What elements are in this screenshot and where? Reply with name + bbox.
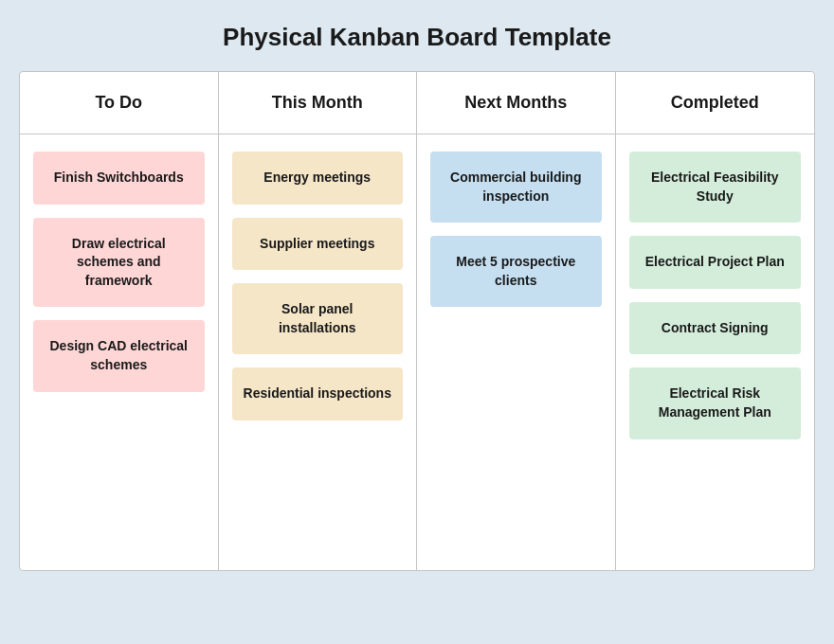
card-completed-2[interactable]: Contract Signing [629, 302, 802, 355]
page-title: Physical Kanban Board Template [223, 23, 611, 52]
kanban-board: To Do This Month Next Months Completed F… [19, 71, 815, 571]
card-next-months-1[interactable]: Meet 5 prospective clients [430, 236, 602, 307]
col-header-todo: To Do [20, 72, 219, 134]
card-completed-1[interactable]: Electrical Project Plan [629, 236, 802, 289]
board-body: Finish SwitchboardsDraw electrical schem… [20, 134, 814, 570]
card-this-month-0[interactable]: Energy meetings [232, 152, 404, 205]
col-todo: Finish SwitchboardsDraw electrical schem… [20, 134, 219, 570]
card-this-month-1[interactable]: Supplier meetings [232, 218, 404, 271]
col-this-month: Energy meetingsSupplier meetingsSolar pa… [219, 134, 418, 570]
col-header-this-month: This Month [219, 72, 418, 134]
card-next-months-0[interactable]: Commercial building inspection [430, 152, 602, 223]
card-completed-0[interactable]: Electrical Feasibility Study [629, 152, 802, 223]
card-todo-0[interactable]: Finish Switchboards [33, 152, 205, 205]
col-completed: Electrical Feasibility StudyElectrical P… [616, 134, 815, 570]
board-header: To Do This Month Next Months Completed [20, 72, 814, 134]
col-header-next-months: Next Months [417, 72, 616, 134]
card-todo-2[interactable]: Design CAD electrical schemes [33, 320, 205, 391]
card-this-month-2[interactable]: Solar panel installations [232, 283, 404, 354]
col-next-months: Commercial building inspectionMeet 5 pro… [417, 134, 616, 570]
card-this-month-3[interactable]: Residential inspections [232, 367, 404, 420]
card-todo-1[interactable]: Draw electrical schemes and framework [33, 218, 205, 308]
col-header-completed: Completed [616, 72, 815, 134]
card-completed-3[interactable]: Electrical Risk Management Plan [629, 367, 802, 438]
